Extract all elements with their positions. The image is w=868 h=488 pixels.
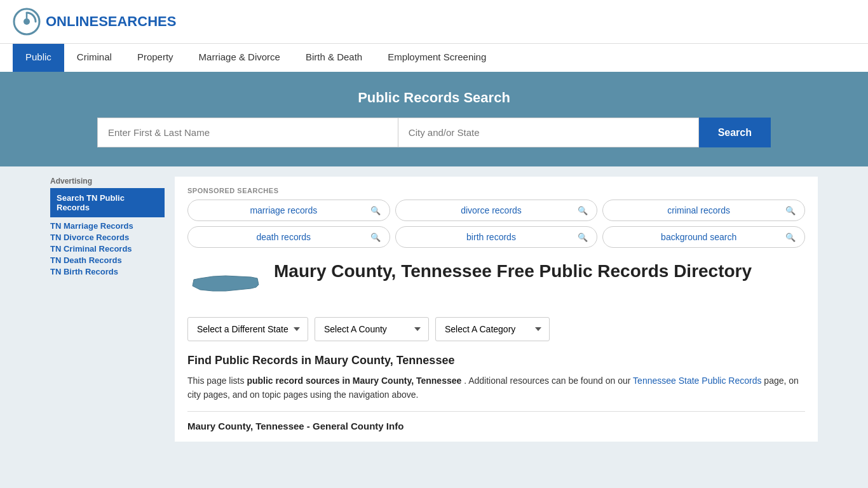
sponsored-pill-death[interactable]: death records 🔍 xyxy=(187,226,390,248)
sidebar: Advertising Search TN Public Records TN … xyxy=(50,177,165,442)
county-dropdown[interactable]: Select A County xyxy=(315,317,429,341)
tennessee-map-svg xyxy=(187,267,264,305)
section-divider xyxy=(187,411,805,412)
nav-item-employment[interactable]: Employment Screening xyxy=(375,44,499,72)
state-map xyxy=(187,261,264,307)
sponsored-pill-criminal[interactable]: criminal records 🔍 xyxy=(602,200,805,221)
sponsored-pill-background[interactable]: background search 🔍 xyxy=(602,226,805,248)
name-input[interactable] xyxy=(97,118,398,147)
svg-marker-3 xyxy=(193,276,259,291)
sidebar-link-marriage[interactable]: TN Marriage Records xyxy=(50,221,165,231)
search-icon-criminal: 🔍 xyxy=(785,206,796,215)
logo[interactable]: ONLINESEARCHES xyxy=(13,8,176,36)
pill-text-birth: birth records xyxy=(405,232,578,242)
logo-icon xyxy=(13,8,41,36)
search-icon-marriage: 🔍 xyxy=(370,206,381,215)
nav-item-public[interactable]: Public xyxy=(13,44,64,72)
sidebar-link-criminal[interactable]: TN Criminal Records xyxy=(50,244,165,254)
sponsored-pill-marriage[interactable]: marriage records 🔍 xyxy=(187,200,390,221)
sponsored-grid: marriage records 🔍 divorce records 🔍 cri… xyxy=(187,200,805,248)
dropdowns-row: Select a Different State Select A County… xyxy=(187,317,805,341)
pill-text-death: death records xyxy=(197,232,370,242)
main-nav: Public Criminal Property Marriage & Divo… xyxy=(0,43,868,72)
search-bar: Search xyxy=(97,118,771,147)
category-dropdown[interactable]: Select A Category xyxy=(435,317,550,341)
hero-section: Public Records Search Search xyxy=(0,72,868,166)
pill-text-background: background search xyxy=(612,232,785,242)
nav-item-criminal[interactable]: Criminal xyxy=(64,44,125,72)
nav-item-marriage-divorce[interactable]: Marriage & Divorce xyxy=(186,44,293,72)
nav-item-birth-death[interactable]: Birth & Death xyxy=(293,44,375,72)
pill-text-marriage: marriage records xyxy=(197,205,370,215)
sponsored-pill-birth[interactable]: birth records 🔍 xyxy=(395,226,598,248)
pill-text-criminal: criminal records xyxy=(612,205,785,215)
find-text-mid: . Additional resources can be found on o… xyxy=(464,376,630,386)
sponsored-label: SPONSORED SEARCHES xyxy=(187,187,805,194)
main-content: SPONSORED SEARCHES marriage records 🔍 di… xyxy=(175,177,818,442)
sponsored-pill-divorce[interactable]: divorce records 🔍 xyxy=(395,200,598,221)
search-icon-death: 🔍 xyxy=(370,233,381,242)
location-input[interactable] xyxy=(398,118,699,147)
logo-text: ONLINESEARCHES xyxy=(46,13,176,30)
find-text-bold: public record sources in Maury County, T… xyxy=(247,376,461,386)
nav-item-property[interactable]: Property xyxy=(125,44,186,72)
page-title-block: Maury County, Tennessee Free Public Reco… xyxy=(274,261,752,282)
search-icon-divorce: 🔍 xyxy=(578,206,588,215)
svg-point-1 xyxy=(24,18,30,25)
find-section-title: Find Public Records in Maury County, Ten… xyxy=(187,354,805,367)
page-header-row: Maury County, Tennessee Free Public Reco… xyxy=(187,261,805,307)
search-button[interactable]: Search xyxy=(699,118,771,147)
sidebar-links: TN Marriage Records TN Divorce Records T… xyxy=(50,221,165,276)
find-section-text: This page lists public record sources in… xyxy=(187,374,805,402)
general-info-title: Maury County, Tennessee - General County… xyxy=(187,418,805,431)
hero-title: Public Records Search xyxy=(13,90,855,106)
sidebar-link-death[interactable]: TN Death Records xyxy=(50,255,165,265)
state-dropdown[interactable]: Select a Different State xyxy=(187,317,308,341)
sidebar-ad-label: Advertising xyxy=(50,177,165,186)
search-icon-birth: 🔍 xyxy=(578,233,588,242)
find-state-link[interactable]: Tennessee State Public Records xyxy=(633,376,761,386)
pill-text-divorce: divorce records xyxy=(405,205,578,215)
find-text-intro: This page lists xyxy=(187,376,244,386)
sidebar-link-divorce[interactable]: TN Divorce Records xyxy=(50,233,165,242)
site-header: ONLINESEARCHES xyxy=(0,0,868,43)
sidebar-link-birth[interactable]: TN Birth Records xyxy=(50,267,165,276)
sidebar-ad-block[interactable]: Search TN Public Records xyxy=(50,188,165,217)
search-icon-background: 🔍 xyxy=(785,233,796,242)
main-container: Advertising Search TN Public Records TN … xyxy=(40,166,828,452)
page-title: Maury County, Tennessee Free Public Reco… xyxy=(274,261,752,282)
